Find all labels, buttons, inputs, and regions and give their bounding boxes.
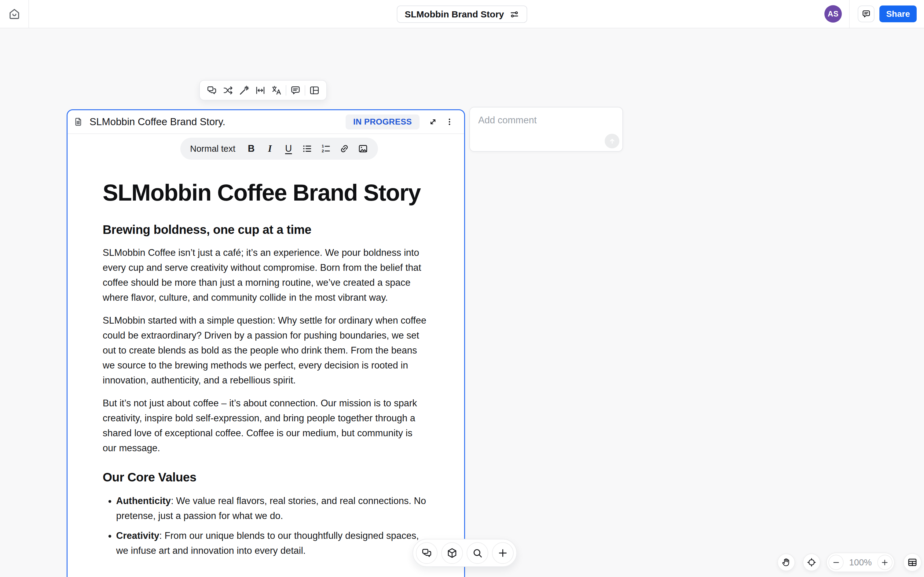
doc-paragraph: SLMobbin Coffee isn’t just a café; it’s … xyxy=(103,245,428,305)
bulleted-list-icon xyxy=(302,143,312,154)
text-style-select[interactable]: Normal text xyxy=(190,144,235,154)
comment-icon xyxy=(290,85,301,96)
chat-bubbles-icon xyxy=(206,85,217,96)
link-icon xyxy=(339,143,350,154)
send-arrow-icon xyxy=(608,137,616,145)
toolbar-divider xyxy=(305,85,305,95)
topbar: SLMobbin Brand Story AS Share xyxy=(0,0,924,28)
doc-heading: SLMobbin Coffee Brand Story xyxy=(103,179,428,206)
document-card[interactable]: SLMobbin Coffee Brand Story. IN PROGRESS… xyxy=(66,109,465,577)
more-options-button[interactable] xyxy=(443,115,456,129)
search-icon xyxy=(472,547,483,559)
locate-button[interactable] xyxy=(803,553,821,571)
insert-image-button[interactable] xyxy=(358,142,368,155)
sliders-icon xyxy=(510,10,519,19)
doc-switcher[interactable]: SLMobbin Brand Story xyxy=(397,5,527,23)
comments-button[interactable] xyxy=(858,5,874,22)
comment-panel xyxy=(469,107,623,152)
list-item: Creativity: From our unique blends to ou… xyxy=(116,528,428,558)
comment-icon xyxy=(861,9,871,19)
toolbar-divider xyxy=(286,85,286,95)
zoom-out-button[interactable] xyxy=(829,555,844,570)
plus-icon xyxy=(497,547,509,559)
translate-button[interactable] xyxy=(270,83,284,97)
status-badge[interactable]: IN PROGRESS xyxy=(346,114,420,129)
doc-bullet-list: Authenticity: We value real flavors, rea… xyxy=(103,493,428,558)
magic-wand-button[interactable] xyxy=(237,83,251,97)
insert-object-button[interactable] xyxy=(441,542,463,564)
link-button[interactable] xyxy=(339,142,350,155)
italic-button[interactable]: I xyxy=(265,142,275,155)
layout-icon xyxy=(309,85,320,96)
document-icon xyxy=(74,117,83,126)
bulleted-list-button[interactable] xyxy=(302,142,312,155)
hand-icon xyxy=(781,558,791,567)
cube-icon xyxy=(446,547,458,559)
minus-icon xyxy=(832,558,840,567)
numbered-list-button[interactable]: 1 2 xyxy=(320,142,331,155)
table-icon xyxy=(907,557,918,567)
canvas-toolbar xyxy=(412,539,517,567)
zoom-controls: 100% xyxy=(826,553,895,572)
bold-button[interactable]: B xyxy=(246,142,256,155)
resize-width-icon xyxy=(255,85,266,96)
svg-text:2: 2 xyxy=(322,149,324,153)
svg-text:1: 1 xyxy=(322,144,324,148)
zoom-level[interactable]: 100% xyxy=(849,558,872,567)
shuffle-icon xyxy=(223,85,233,96)
selection-toolbar xyxy=(199,80,327,100)
avatar[interactable]: AS xyxy=(824,5,842,23)
share-button[interactable]: Share xyxy=(879,5,917,22)
translate-icon xyxy=(271,85,282,96)
expand-button[interactable] xyxy=(426,115,440,129)
home-button[interactable] xyxy=(0,0,29,28)
home-icon xyxy=(8,7,21,21)
resize-width-button[interactable] xyxy=(253,83,267,97)
plus-icon xyxy=(880,558,889,567)
doc-switcher-label: SLMobbin Brand Story xyxy=(405,9,504,19)
card-header: SLMobbin Coffee Brand Story. IN PROGRESS xyxy=(68,110,464,134)
table-view-button[interactable] xyxy=(903,553,922,572)
magic-wand-icon xyxy=(239,85,250,96)
card-title: SLMobbin Coffee Brand Story. xyxy=(89,116,346,127)
pan-tool-button[interactable] xyxy=(777,553,795,571)
comment-input[interactable] xyxy=(470,108,622,151)
doc-paragraph: But it’s not just about coffee – it’s ab… xyxy=(103,396,428,456)
image-icon xyxy=(358,143,368,154)
doc-values-heading: Our Core Values xyxy=(103,469,428,485)
document-body[interactable]: SLMobbin Coffee Brand Story Brewing bold… xyxy=(68,134,464,558)
numbered-list-icon: 1 2 xyxy=(320,143,331,154)
kebab-menu-icon xyxy=(445,117,454,126)
layout-button[interactable] xyxy=(307,83,321,97)
doc-subheading: Brewing boldness, one cup at a time xyxy=(103,222,428,237)
comment-button[interactable] xyxy=(288,83,302,97)
locate-icon xyxy=(807,558,816,567)
editor-toolbar: Normal text B I U 1 2 xyxy=(180,138,378,160)
search-button[interactable] xyxy=(467,542,488,564)
send-comment-button[interactable] xyxy=(605,134,619,148)
zoom-in-button[interactable] xyxy=(877,555,893,570)
topbar-right: AS Share xyxy=(824,0,924,28)
doc-paragraph: SLMobbin started with a simple question:… xyxy=(103,313,428,388)
topbar-divider xyxy=(849,0,850,28)
add-button[interactable] xyxy=(492,542,514,564)
chat-tool-button[interactable] xyxy=(416,542,438,564)
list-item: Authenticity: We value real flavors, rea… xyxy=(116,493,428,523)
shuffle-button[interactable] xyxy=(221,83,235,97)
chat-bubbles-icon xyxy=(421,547,432,559)
underline-button[interactable]: U xyxy=(283,142,294,155)
chat-button[interactable] xyxy=(205,83,219,97)
expand-icon xyxy=(428,117,438,126)
